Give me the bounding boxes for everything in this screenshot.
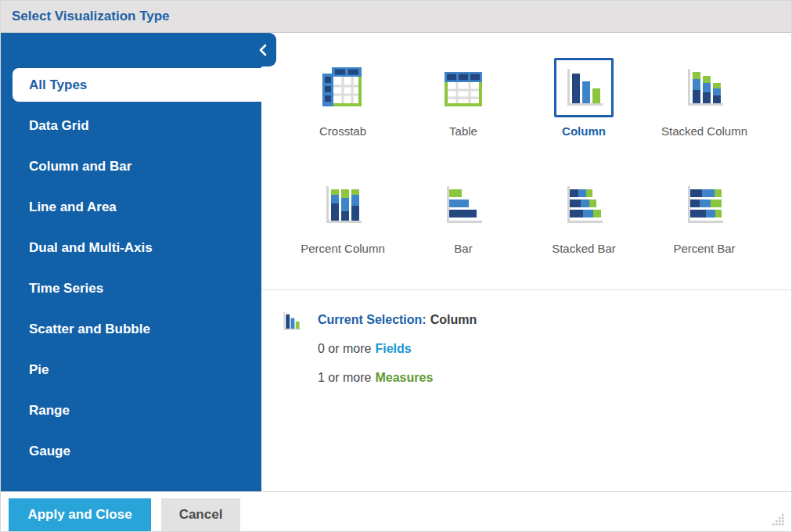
viz-tile-icon-box [313,58,373,117]
sidebar-item-line-and-area[interactable]: Line and Area [1,187,261,228]
viz-tile-icon-box [675,58,734,117]
requirement-prefix: 0 or more [318,342,371,355]
viz-tile-icon-box [675,175,734,235]
dialog-titlebar: Select Visualization Type [1,1,791,33]
percent-column-icon [321,183,365,227]
requirement-link-measures: Measures [375,371,433,384]
viz-tile-bar[interactable]: Bar [403,175,524,255]
sidebar-item-column-and-bar[interactable]: Column and Bar [1,146,261,187]
viz-tile-label: Crosstab [319,124,366,138]
dialog-title: Select Visualization Type [1,9,170,24]
viz-tile-crosstab[interactable]: Crosstab [283,58,403,138]
sidebar-item-pie[interactable]: Pie [1,350,261,390]
sidebar-item-scatter-and-bubble[interactable]: Scatter and Bubble [1,309,261,350]
viz-tile-label: Column [562,124,606,138]
viz-tile-icon-box [434,175,493,235]
requirement-line: 1 or moreMeasures [318,370,477,386]
stacked-bar-icon [562,183,606,227]
viz-tile-percent-bar[interactable]: Percent Bar [644,175,765,255]
viz-tile-label: Percent Column [301,242,385,255]
bar-icon [441,183,485,227]
chevron-left-icon[interactable] [257,43,268,57]
sidebar-item-time-series[interactable]: Time Series [1,268,261,309]
current-selection-line: Current Selection:Column [318,312,477,328]
sidebar-item-data-grid[interactable]: Data Grid [1,106,261,146]
viz-tile-icon-box [434,58,493,117]
apply-and-close-button[interactable]: Apply and Close [9,498,151,531]
viz-tile-icon-box [554,58,614,117]
stacked-column-icon [682,66,726,110]
section-divider [262,289,792,290]
viz-tile-label: Stacked Column [661,124,747,138]
viz-tile-label: Table [449,124,477,138]
current-selection-panel: Current Selection:Column 0 or moreFields… [281,309,477,386]
viz-tile-icon-box [313,175,373,235]
crosstab-icon [321,66,365,110]
requirement-link-fields: Fields [375,342,411,355]
viz-tile-column[interactable]: Column [524,58,644,138]
viz-gallery-row-2: Percent Column Bar Sta [283,175,765,255]
viz-gallery-row-1: Crosstab Table Column [283,58,765,138]
dialog-footer: Apply and Close Cancel [1,491,791,532]
current-selection-label: Current Selection: [318,313,427,326]
viz-tile-stacked-bar[interactable]: Stacked Bar [524,175,644,255]
viz-tile-icon-box [554,175,614,235]
sidebar-item-gauge[interactable]: Gauge [1,431,261,472]
cancel-button[interactable]: Cancel [161,498,240,531]
select-visualization-dialog: Select Visualization Type All Types Data… [0,0,792,532]
current-selection-value: Column [430,313,477,326]
sidebar-collapse-bar[interactable] [1,33,276,66]
sidebar-item-dual-and-multi-axis[interactable]: Dual and Multi-Axis [1,228,261,268]
viz-tile-label: Bar [454,242,472,255]
viz-tile-table[interactable]: Table [403,58,524,138]
resize-grip-icon[interactable] [772,514,785,527]
viz-tile-stacked-column[interactable]: Stacked Column [644,58,765,138]
requirement-prefix: 1 or more [318,371,371,384]
viz-tile-label: Percent Bar [673,242,735,255]
column-chart-icon [281,311,302,386]
sidebar-item-list: Data GridColumn and BarLine and AreaDual… [1,106,261,472]
column-icon [562,66,606,110]
viz-tile-percent-column[interactable]: Percent Column [283,175,403,255]
table-icon [441,66,485,110]
percent-bar-icon [682,183,726,227]
requirement-line: 0 or moreFields [318,341,477,357]
sidebar-item-range[interactable]: Range [1,390,261,431]
sidebar-item-all-types[interactable]: All Types [13,68,276,102]
viz-tile-label: Stacked Bar [552,242,616,255]
